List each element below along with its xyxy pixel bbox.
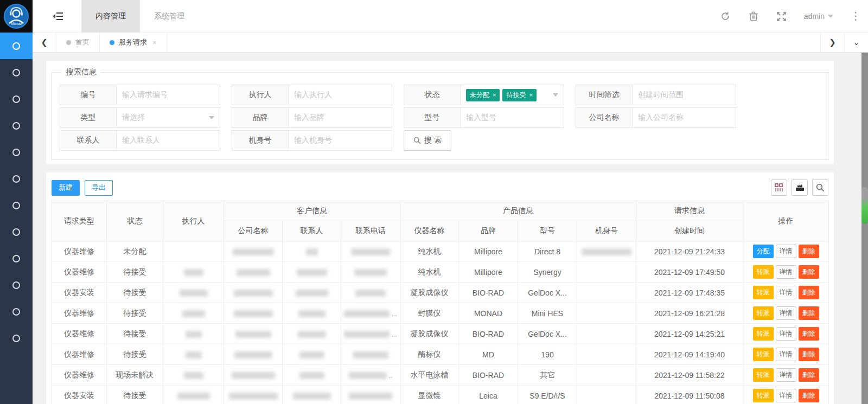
cell-instrument: 纯水机 bbox=[400, 241, 459, 262]
cell-executor bbox=[163, 386, 224, 404]
assign-button[interactable]: 分配 bbox=[753, 245, 774, 258]
sidebar-item-1[interactable] bbox=[0, 33, 33, 59]
sidebar-item-8[interactable] bbox=[0, 219, 33, 245]
detail-button[interactable]: 详情 bbox=[776, 348, 796, 361]
tab-close-icon[interactable]: × bbox=[152, 39, 157, 47]
create-button[interactable]: 新建 bbox=[52, 180, 80, 196]
field-input[interactable]: 输入联系人 bbox=[117, 131, 220, 150]
refresh-icon[interactable] bbox=[719, 10, 731, 22]
page-tab-2[interactable]: 服务请求× bbox=[100, 33, 167, 52]
export-button[interactable]: 导出 bbox=[85, 180, 113, 196]
delete-button[interactable]: 删除 bbox=[799, 389, 819, 402]
sidebar-item-6[interactable] bbox=[0, 165, 33, 192]
page-tab-1[interactable]: 首页 bbox=[56, 33, 100, 52]
delete-button[interactable]: 删除 bbox=[799, 348, 819, 361]
status-tag: 未分配 × bbox=[466, 89, 500, 101]
cell-actions: 转派详情删除 bbox=[743, 344, 829, 365]
field-input[interactable]: 输入执行人 bbox=[289, 85, 392, 105]
trash-icon[interactable] bbox=[748, 10, 760, 22]
tag-close-icon[interactable]: × bbox=[493, 92, 496, 98]
transfer-button[interactable]: 转派 bbox=[753, 265, 774, 279]
detail-button[interactable]: 详情 bbox=[776, 368, 796, 382]
transfer-button[interactable]: 转派 bbox=[753, 306, 774, 320]
search-row-3: 联系人输入联系人机身号输入机身号搜 索 bbox=[60, 130, 820, 151]
field-placeholder: 输入请求编号 bbox=[122, 90, 168, 100]
user-menu[interactable]: admin bbox=[804, 12, 833, 21]
top-nav-tab-2[interactable]: 系统管理 bbox=[140, 0, 199, 33]
sidebar-item-11[interactable] bbox=[0, 298, 33, 325]
delete-button[interactable]: 删除 bbox=[799, 368, 819, 382]
tabs-menu-icon[interactable]: ⌄ bbox=[844, 33, 868, 52]
tab-dot-icon bbox=[66, 40, 71, 45]
circle-icon bbox=[12, 255, 20, 262]
print-icon[interactable] bbox=[792, 179, 808, 196]
columns-icon[interactable] bbox=[771, 179, 787, 196]
search-button[interactable]: 搜 索 bbox=[404, 130, 451, 151]
cell-instrument: 显微镜 bbox=[400, 386, 459, 404]
delete-button[interactable]: 删除 bbox=[799, 265, 819, 279]
field-label: 机身号 bbox=[232, 131, 289, 150]
sidebar-item-10[interactable] bbox=[0, 272, 33, 298]
top-nav-tab-1[interactable]: 内容管理 bbox=[81, 0, 140, 33]
field-input[interactable]: 输入机身号 bbox=[289, 131, 392, 150]
cell-created: 2021-12-09 21:24:33 bbox=[636, 241, 743, 262]
cell-instrument: 纯水机 bbox=[400, 262, 459, 283]
search-field-2-1: 类型请选择 bbox=[60, 107, 220, 128]
field-input[interactable]: 输入请求编号 bbox=[117, 85, 220, 105]
tag-close-icon[interactable]: × bbox=[529, 92, 532, 98]
detail-button[interactable]: 详情 bbox=[776, 265, 796, 279]
field-input[interactable]: 输入品牌 bbox=[289, 108, 392, 127]
masked-value bbox=[306, 248, 318, 255]
cell-contact bbox=[283, 324, 341, 344]
sidebar-item-12[interactable] bbox=[0, 325, 33, 351]
detail-button[interactable]: 详情 bbox=[776, 327, 796, 341]
transfer-button[interactable]: 转派 bbox=[753, 368, 774, 382]
cell-contact bbox=[283, 365, 341, 386]
svg-text:Monad: Monad bbox=[11, 22, 22, 25]
search-icon[interactable] bbox=[812, 179, 828, 196]
tabs-scroll-right-icon[interactable]: ❯ bbox=[820, 33, 844, 52]
sidebar-collapse-icon[interactable] bbox=[50, 9, 66, 24]
transfer-button[interactable]: 转派 bbox=[753, 327, 774, 341]
cell-type: 仪器维修 bbox=[52, 344, 107, 365]
search-panel: 搜索信息 编号输入请求编号执行人输入执行人状态未分配 ×待接受 ×时间筛选创建时… bbox=[46, 61, 834, 164]
cell-model: 其它 bbox=[518, 365, 577, 386]
transfer-button[interactable]: 转派 bbox=[753, 389, 774, 402]
detail-button[interactable]: 详情 bbox=[776, 389, 796, 402]
vertical-scrollbar-thumb[interactable] bbox=[861, 187, 868, 224]
field-multiselect[interactable]: 未分配 ×待接受 × bbox=[461, 85, 564, 105]
field-input[interactable]: 输入公司名称 bbox=[633, 108, 736, 127]
detail-button[interactable]: 详情 bbox=[776, 286, 796, 299]
delete-button[interactable]: 删除 bbox=[799, 306, 819, 320]
sidebar-item-2[interactable] bbox=[0, 59, 33, 86]
cell-created: 2021-12-09 17:48:35 bbox=[636, 283, 743, 303]
sidebar-item-9[interactable] bbox=[0, 245, 33, 272]
tabs-scroll-left-icon[interactable]: ❮ bbox=[33, 33, 56, 52]
table-card: 新建 导出 bbox=[46, 172, 834, 404]
vertical-scrollbar-track[interactable] bbox=[861, 53, 868, 404]
delete-button[interactable]: 删除 bbox=[799, 245, 819, 258]
brand-logo[interactable]: Monad bbox=[0, 0, 33, 33]
field-input[interactable]: 输入型号 bbox=[461, 108, 564, 127]
field-input[interactable]: 创建时间范围 bbox=[633, 85, 736, 105]
sidebar-item-4[interactable] bbox=[0, 112, 33, 139]
sidebar-item-7[interactable] bbox=[0, 192, 33, 219]
masked-value bbox=[186, 351, 202, 358]
top-bar: Monad 内容管理系统管理 bbox=[0, 0, 868, 33]
detail-button[interactable]: 详情 bbox=[776, 306, 796, 320]
delete-button[interactable]: 删除 bbox=[799, 327, 819, 341]
sidebar-item-3[interactable] bbox=[0, 86, 33, 112]
transfer-button[interactable]: 转派 bbox=[753, 286, 774, 299]
sidebar-item-5[interactable] bbox=[0, 139, 33, 165]
delete-button[interactable]: 删除 bbox=[799, 286, 819, 299]
circle-icon bbox=[12, 335, 20, 342]
fullscreen-icon[interactable] bbox=[776, 10, 788, 22]
cell-type: 仪器维修 bbox=[52, 241, 107, 262]
detail-button[interactable]: 详情 bbox=[776, 245, 796, 258]
cell-instrument: 凝胶成像仪 bbox=[400, 324, 459, 344]
cell-serial bbox=[577, 303, 636, 324]
field-select[interactable]: 请选择 bbox=[117, 108, 220, 127]
field-label: 状态 bbox=[404, 85, 461, 105]
more-vertical-icon[interactable] bbox=[850, 10, 861, 22]
transfer-button[interactable]: 转派 bbox=[753, 348, 774, 361]
